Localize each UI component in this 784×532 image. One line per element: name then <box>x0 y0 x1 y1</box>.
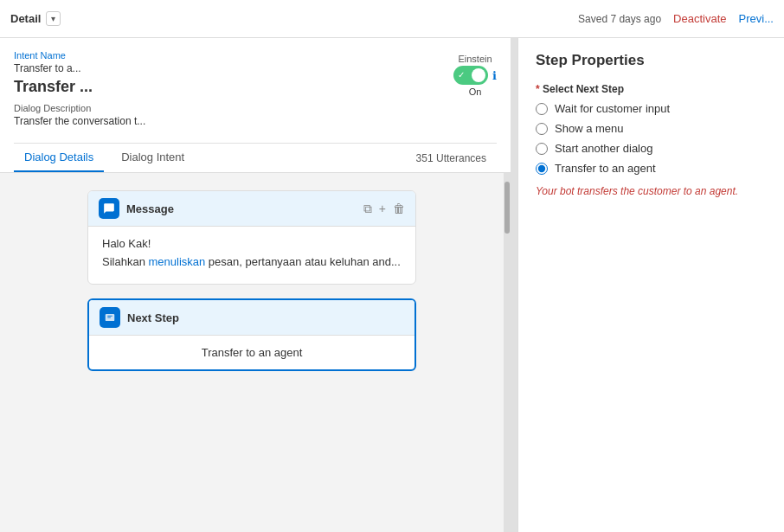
step-props-title: Step Properties <box>536 52 767 69</box>
main-layout: Intent Name Transfer to a... Transfer ..… <box>0 38 784 532</box>
message-title: Message <box>126 202 174 215</box>
message-card-header: Message ⧉ + 🗑 <box>88 191 415 227</box>
select-next-step-label: * Select Next Step <box>536 83 767 95</box>
dialog-title: Transfer ... <box>14 78 145 96</box>
dialog-header: Intent Name Transfer to a... Transfer ..… <box>0 38 511 173</box>
highlight-text: menuliskan <box>148 255 205 268</box>
radio-label-wait: Wait for customer input <box>555 102 670 115</box>
radio-label-dialog: Start another dialog <box>555 142 652 155</box>
message-actions: ⧉ + 🗑 <box>363 202 405 216</box>
next-step-title: Next Step <box>127 311 179 324</box>
message-line-2: Silahkan menuliskan pesan, pertanyaan at… <box>102 255 402 268</box>
delete-button[interactable]: 🗑 <box>393 202 405 216</box>
add-button[interactable]: + <box>379 202 386 216</box>
next-step-card[interactable]: Next Step Transfer to an agent <box>87 298 416 371</box>
dialog-tabs: Dialog Details Dialog Intent 351 Utteran… <box>14 143 497 172</box>
dialog-desc-label: Dialog Description <box>14 103 145 113</box>
transfer-note: Your bot transfers the customer to an ag… <box>536 185 767 197</box>
next-step-icon <box>100 307 120 328</box>
radio-label-transfer: Transfer to an agent <box>555 162 656 175</box>
scroll-track[interactable] <box>504 173 511 532</box>
detail-chevron-button[interactable]: ▾ <box>46 11 61 26</box>
preview-button[interactable]: Previ... <box>739 12 774 25</box>
radio-item-menu: Show a menu <box>536 122 767 135</box>
einstein-toggle[interactable]: ✓ <box>453 66 488 85</box>
utterances-count: 351 Utterances <box>406 145 497 171</box>
einstein-label: Einstein <box>458 54 492 64</box>
canvas-area: Message ⧉ + 🗑 Halo Kak! Silahkan menulis… <box>0 173 504 532</box>
toggle-on-label: On <box>469 87 482 97</box>
info-icon[interactable]: ℹ <box>492 69 497 82</box>
radio-transfer[interactable] <box>536 163 548 175</box>
top-bar-left: Detail ▾ <box>10 11 61 26</box>
message-card-title-wrap: Message <box>99 198 174 219</box>
radio-label-menu: Show a menu <box>555 122 624 135</box>
scroll-thumb[interactable] <box>504 182 510 234</box>
intent-value: Transfer to a... <box>14 62 145 74</box>
radio-menu[interactable] <box>536 123 548 135</box>
radio-group: Wait for customer input Show a menu Star… <box>536 102 767 175</box>
radio-item-wait: Wait for customer input <box>536 102 767 115</box>
panel-divider <box>511 38 517 532</box>
dialog-desc-value: Transfer the conversation t... <box>14 115 145 127</box>
dialog-header-top: Intent Name Transfer to a... Transfer ..… <box>14 50 497 136</box>
dialog-title-section: Intent Name Transfer to a... Transfer ..… <box>14 50 145 136</box>
detail-label: Detail <box>10 12 41 25</box>
message-icon <box>99 198 119 219</box>
top-bar: Detail ▾ Saved 7 days ago Deactivate Pre… <box>0 0 784 38</box>
copy-button[interactable]: ⧉ <box>363 202 372 216</box>
deactivate-button[interactable]: Deactivate <box>673 12 726 25</box>
right-panel: Step Properties * Select Next Step Wait … <box>517 38 784 532</box>
message-card: Message ⧉ + 🗑 Halo Kak! Silahkan menulis… <box>87 190 416 285</box>
next-step-body: Transfer to an agent <box>89 336 414 369</box>
radio-wait[interactable] <box>536 103 548 115</box>
tab-dialog-details[interactable]: Dialog Details <box>14 144 104 172</box>
einstein-section: Einstein ✓ ℹ On <box>453 54 497 97</box>
next-step-value: Transfer to an agent <box>202 346 303 359</box>
left-panel: Intent Name Transfer to a... Transfer ..… <box>0 38 511 532</box>
toggle-wrap: ✓ ℹ <box>453 66 497 85</box>
top-bar-right: Saved 7 days ago Deactivate Previ... <box>578 12 774 25</box>
required-star: * <box>536 83 543 95</box>
tab-dialog-intent[interactable]: Dialog Intent <box>111 144 195 172</box>
message-body: Halo Kak! Silahkan menuliskan pesan, per… <box>88 227 415 284</box>
toggle-check-icon: ✓ <box>458 70 465 80</box>
saved-text: Saved 7 days ago <box>578 13 661 25</box>
radio-dialog[interactable] <box>536 143 548 155</box>
radio-item-dialog: Start another dialog <box>536 142 767 155</box>
next-step-header: Next Step <box>89 300 414 336</box>
intent-label: Intent Name <box>14 50 145 61</box>
message-line-1: Halo Kak! <box>102 237 402 250</box>
radio-item-transfer: Transfer to an agent <box>536 162 767 175</box>
